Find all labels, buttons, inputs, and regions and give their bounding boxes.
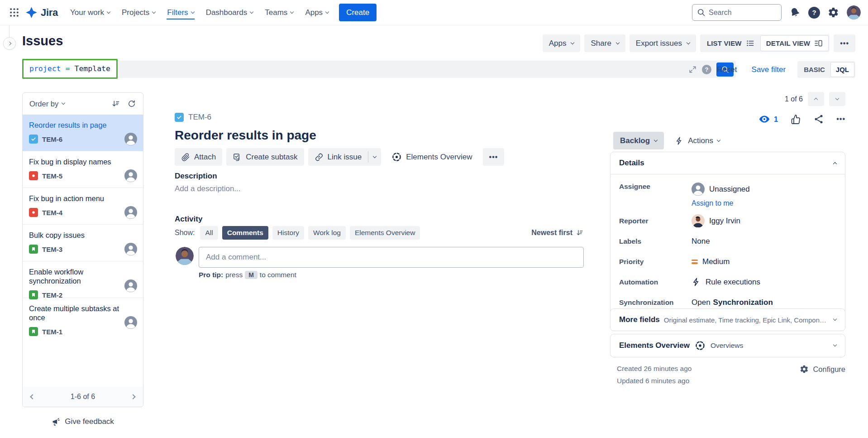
issue-quick-actions: 1 ••• — [758, 113, 845, 125]
help-icon[interactable]: ? — [808, 7, 820, 19]
nav-item-dashboards[interactable]: Dashboards — [200, 0, 259, 25]
labels-label: Labels — [619, 237, 692, 245]
nav-item-your-work[interactable]: Your work — [64, 0, 116, 25]
issue-list-item-tem-3[interactable]: Bulk copy issues TEM-3 — [23, 225, 143, 261]
chevron-down-icon — [654, 138, 658, 141]
app-switcher-icon[interactable] — [6, 5, 22, 20]
more-fields-panel[interactable]: More fields Original estimate, Time trac… — [610, 308, 845, 331]
breadcrumb-issue-key[interactable]: TEM-6 — [188, 113, 211, 122]
save-filter-button[interactable]: Save filter — [744, 65, 793, 74]
reset-button[interactable]: Reset — [710, 65, 744, 74]
share-button[interactable]: Share — [584, 34, 625, 52]
chevron-down-icon — [152, 10, 156, 13]
breadcrumb[interactable]: TEM-6 — [175, 113, 211, 122]
chevron-down-icon — [717, 138, 720, 141]
sort-direction-icon[interactable] — [111, 99, 120, 108]
issue-item-key: TEM-6 — [42, 135, 62, 143]
previous-issue-button[interactable] — [808, 92, 824, 106]
nav-item-teams[interactable]: Teams — [259, 0, 299, 25]
header-more-button[interactable]: ••• — [834, 34, 855, 52]
filter-comments[interactable]: Comments — [222, 226, 268, 240]
share-icon[interactable] — [813, 114, 824, 125]
details-panel-header[interactable]: Details — [610, 152, 845, 174]
attach-button[interactable]: Attach — [175, 148, 222, 166]
next-page-icon[interactable] — [130, 394, 135, 399]
create-subtask-button[interactable]: Create subtask — [226, 148, 304, 166]
synchronization-value[interactable]: Open Synchronization — [692, 298, 773, 307]
comment-input[interactable] — [199, 247, 584, 268]
jql-query-text[interactable]: project = Template — [22, 59, 118, 79]
automation-value[interactable]: Rule executions — [692, 277, 760, 287]
link-icon — [315, 153, 324, 162]
assign-to-me-link[interactable]: Assign to me — [692, 199, 750, 207]
chevron-down-icon — [687, 40, 690, 44]
order-by-label[interactable]: Order by — [29, 100, 58, 108]
comment-sort-control[interactable]: Newest first — [531, 229, 584, 237]
left-rail-divider — [9, 25, 10, 38]
detail-more-button[interactable]: ••• — [836, 115, 845, 123]
link-issue-button[interactable]: Link issue — [308, 153, 368, 162]
settings-gear-icon[interactable] — [828, 7, 839, 18]
jql-mode-option[interactable]: JQL — [830, 62, 854, 77]
jira-logo[interactable]: Jira — [22, 6, 64, 19]
apps-button[interactable]: Apps — [543, 34, 581, 52]
paperclip-icon — [181, 153, 190, 162]
notifications-bell-icon[interactable] — [787, 5, 802, 19]
page-title: Issues — [22, 34, 63, 48]
expand-sidebar-button[interactable] — [3, 37, 16, 50]
subtask-icon — [233, 153, 242, 162]
issue-list-item-tem-5[interactable]: Fix bug in display names TEM-5 — [23, 151, 143, 188]
issue-list-item-tem-4[interactable]: Fix bug in action menu TEM-4 — [23, 188, 143, 225]
task-type-icon — [29, 135, 38, 144]
collapse-chevron-icon — [833, 162, 837, 165]
chevron-down-icon — [62, 101, 65, 105]
automation-label: Automation — [619, 278, 692, 286]
nav-item-apps[interactable]: Apps — [299, 0, 334, 25]
assignee-field: Assignee Unassigned Assign to me — [619, 178, 836, 211]
jql-search-bar[interactable]: project = Template ? — [22, 61, 736, 78]
detail-view-option[interactable]: DETAIL VIEW — [760, 35, 829, 51]
filter-history[interactable]: History — [272, 226, 304, 240]
next-issue-button[interactable] — [829, 92, 845, 106]
filter-all[interactable]: All — [200, 226, 218, 240]
assignee-value[interactable]: Unassigned — [692, 183, 750, 196]
give-feedback-button[interactable]: Give feedback — [22, 417, 143, 426]
nav-item-projects[interactable]: Projects — [116, 0, 161, 25]
description-placeholder[interactable]: Add a description... — [175, 184, 241, 193]
issue-list-item-tem-6[interactable]: Reorder results in page TEM-6 — [23, 115, 143, 151]
list-view-option[interactable]: LIST VIEW — [701, 34, 760, 52]
create-button[interactable]: Create — [339, 4, 377, 21]
issue-item-key: TEM-4 — [42, 209, 62, 217]
watchers-control[interactable]: 1 — [758, 113, 778, 125]
issue-list-item-tem-2[interactable]: Enable workflow synchronization TEM-2 — [23, 261, 143, 298]
issue-list-item-tem-1[interactable]: Create multiple subtasks at once TEM-1 — [23, 298, 143, 335]
reporter-field: Reporter Iggy Irvin — [619, 211, 836, 231]
chevron-down-icon — [325, 10, 329, 13]
user-avatar[interactable] — [847, 5, 861, 19]
issue-title[interactable]: Reorder results in page — [175, 128, 316, 143]
link-issue-dropdown[interactable] — [368, 148, 381, 166]
basic-mode-option[interactable]: BASIC — [798, 61, 830, 78]
megaphone-icon — [52, 417, 61, 426]
actions-dropdown[interactable]: Actions — [675, 136, 720, 145]
more-fields-summary: Original estimate, Time tracking, Epic L… — [664, 316, 830, 324]
refresh-icon[interactable] — [127, 99, 136, 108]
configure-button[interactable]: Configure — [800, 365, 845, 374]
filter-work-log[interactable]: Work log — [308, 226, 346, 240]
export-issues-button[interactable]: Export issues — [630, 34, 696, 52]
reporter-value[interactable]: Iggy Irvin — [692, 214, 740, 227]
status-dropdown[interactable]: Backlog — [613, 132, 664, 149]
expand-editor-icon[interactable] — [688, 65, 697, 74]
elements-overview-button[interactable]: Elements Overview — [385, 148, 478, 166]
elements-overview-panel[interactable]: Elements Overview Overviews — [610, 334, 845, 357]
assignee-avatar-icon — [124, 243, 137, 255]
filter-elements-overview[interactable]: Elements Overview — [350, 226, 420, 240]
issue-item-key: TEM-5 — [42, 172, 62, 180]
labels-value[interactable]: None — [692, 237, 710, 246]
reporter-label: Reporter — [619, 217, 692, 225]
nav-item-filters[interactable]: Filters — [161, 0, 200, 25]
like-thumbs-up-icon[interactable] — [790, 114, 801, 125]
issue-more-button[interactable]: ••• — [483, 148, 505, 166]
priority-value[interactable]: Medium — [692, 257, 730, 266]
watch-eye-icon — [758, 113, 770, 125]
